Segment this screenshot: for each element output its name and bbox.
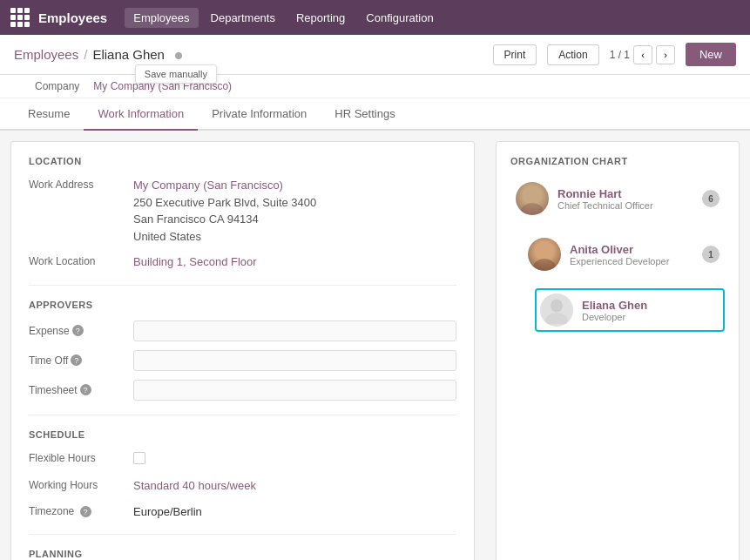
nav-departments[interactable]: Departments [202,8,284,28]
svg-point-5 [545,313,568,324]
org-person-ronnie[interactable]: Ronnie Hart Chief Technical Officer 6 [510,177,725,220]
breadcrumb-current: Eliana Ghen [92,47,165,62]
avatar-anita-svg [528,238,561,271]
working-hours-row: Working Hours Standard 40 hours/week [29,477,456,495]
sub-header: Employees / Eliana Ghen Save manually Pr… [0,35,750,75]
timezone-help-icon[interactable]: ? [80,506,91,517]
divider-planning [29,534,456,535]
timesheet-value[interactable] [133,380,456,401]
work-address-row: Work Address My Company (San Francisco) … [29,177,456,245]
flexible-hours-row: Flexible Hours [29,450,456,469]
tab-private-information[interactable]: Private Information [198,98,321,131]
breadcrumb-sep: / [84,47,87,62]
save-tooltip-container: Save manually [170,47,182,62]
top-nav: Employees Employees Departments Reportin… [0,0,750,35]
company-row: Company My Company (San Francisco) [0,75,750,98]
org-avatar-anita [528,238,561,271]
nav-links: Employees Departments Reporting Configur… [125,8,442,28]
timezone-row: Timezone ? Europe/Berlin [29,503,456,521]
work-location-row: Work Location Building 1, Second Floor [29,253,456,271]
org-chart-title: ORGANIZATION CHART [510,156,725,166]
avatar-eliana-svg [544,296,569,324]
nav-employees[interactable]: Employees [125,8,198,28]
planning-section-title: PLANNING [29,549,456,559]
timesheet-label: Timesheet ? [29,384,133,396]
next-page-button[interactable]: › [656,45,675,64]
timesheet-help-icon[interactable]: ? [80,384,91,395]
save-indicator [175,52,182,59]
work-location-value[interactable]: Building 1, Second Floor [133,253,456,271]
print-button[interactable]: Print [493,44,537,65]
pagination-text: 1 / 1 [610,49,630,61]
expense-label: Expense ? [29,325,133,337]
action-button[interactable]: Action [547,44,598,65]
org-avatar-ronnie [516,182,549,215]
tabs-bar: Resume Work Information Private Informat… [0,98,750,131]
working-hours-value[interactable]: Standard 40 hours/week [133,477,456,495]
org-person-anita[interactable]: Anita Oliver Experienced Developer 1 [523,233,725,276]
expense-value[interactable] [133,320,456,341]
breadcrumb-root[interactable]: Employees [14,47,78,62]
svg-point-4 [551,300,563,313]
svg-point-1 [521,203,544,215]
sub-header-actions: Print Action 1 / 1 ‹ › New [493,43,736,66]
flexible-hours-label: Flexible Hours [29,450,133,464]
org-anita-role: Experienced Developer [570,256,720,267]
divider-schedule [29,415,456,415]
approvers-section-title: APPROVERS [29,300,456,310]
timezone-value[interactable]: Europe/Berlin [133,503,456,521]
org-anita-info: Anita Oliver Experienced Developer [570,243,720,267]
left-panel: LOCATION Work Address My Company (San Fr… [10,141,475,560]
prev-page-button[interactable]: ‹ [633,45,652,64]
tab-resume[interactable]: Resume [14,98,84,131]
flexible-hours-value [133,450,456,469]
work-address-label: Work Address [29,177,133,191]
org-ronnie-badge: 6 [702,190,720,207]
expense-help-icon[interactable]: ? [72,325,84,336]
nav-configuration[interactable]: Configuration [357,8,442,28]
svg-point-0 [525,186,539,202]
time-off-label: Time Off ? [29,354,133,367]
org-avatar-eliana [540,293,573,327]
flexible-hours-checkbox[interactable] [133,452,145,464]
nav-reporting[interactable]: Reporting [287,8,354,28]
timesheet-row: Timesheet ? [29,380,456,401]
svg-point-2 [537,242,551,258]
new-button[interactable]: New [686,43,736,66]
main-content: LOCATION Work Address My Company (San Fr… [0,131,750,560]
work-location-label: Work Location [29,253,133,267]
org-person-eliana[interactable]: Eliana Ghen Developer [535,288,725,332]
work-address-line4: United States [133,228,456,246]
avatar-ronnie-svg [516,182,549,215]
tab-hr-settings[interactable]: HR Settings [321,98,409,131]
org-eliana-role: Developer [582,312,720,322]
timezone-label: Timezone ? [29,503,133,518]
work-address-line3: San Francisco CA 94134 [133,211,456,228]
working-hours-label: Working Hours [29,477,133,491]
org-anita-badge: 1 [702,246,720,263]
work-address-line2: 250 Executive Park Blvd, Suite 3400 [133,194,456,212]
org-eliana-name: Eliana Ghen [582,299,720,312]
right-panel: ORGANIZATION CHART Ronnie Hart Chief Tec… [496,141,740,560]
time-off-row: Time Off ? [29,350,456,371]
time-off-value[interactable] [133,350,456,371]
org-ronnie-name: Ronnie Hart [557,187,720,200]
location-section-title: LOCATION [29,156,456,166]
expense-row: Expense ? [29,320,456,341]
tab-work-information[interactable]: Work Information [84,98,198,131]
svg-point-3 [533,259,556,271]
work-address-line1[interactable]: My Company (San Francisco) [133,177,456,194]
breadcrumb: Employees / Eliana Ghen Save manually [14,47,182,62]
time-off-help-icon[interactable]: ? [71,354,82,366]
company-label: Company [35,80,79,92]
org-eliana-info: Eliana Ghen Developer [582,299,720,322]
divider-approvers [29,285,456,286]
save-tooltip: Save manually [135,64,217,84]
org-ronnie-info: Ronnie Hart Chief Technical Officer [557,187,720,211]
pagination: 1 / 1 ‹ › [610,45,675,64]
brand-label: Employees [38,10,107,25]
apps-icon[interactable] [10,8,30,27]
schedule-section-title: SCHEDULE [29,429,456,440]
org-anita-name: Anita Oliver [570,243,720,256]
work-address-value: My Company (San Francisco) 250 Executive… [133,177,456,245]
